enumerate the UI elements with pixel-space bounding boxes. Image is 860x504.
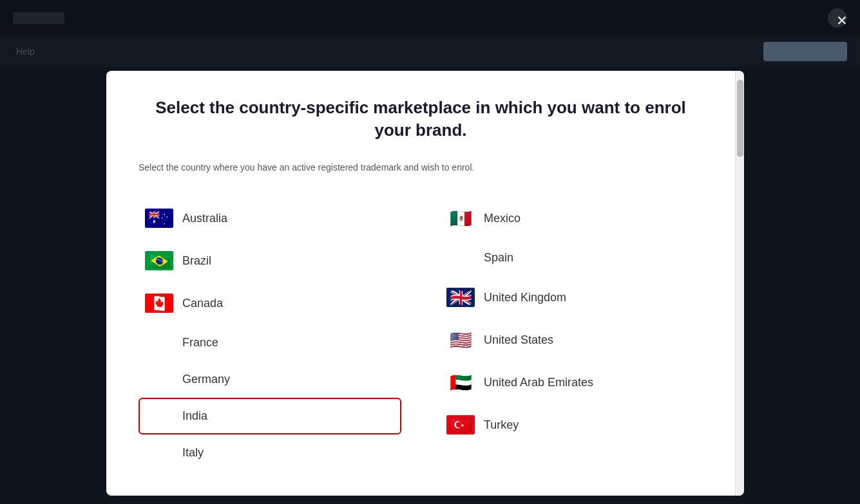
countries-left-column: Australia Brazil Canada France bbox=[139, 197, 401, 471]
flag-canada bbox=[145, 294, 173, 313]
country-name-br: Brazil bbox=[182, 254, 211, 268]
country-item-uk[interactable]: United Kingdom bbox=[440, 276, 703, 319]
country-name-it: Italy bbox=[182, 446, 204, 460]
countries-grid: Australia Brazil Canada France bbox=[139, 197, 703, 471]
modal-scrollable-content[interactable]: Select the country-specific marketplace … bbox=[106, 71, 735, 496]
country-name-tr: Turkey bbox=[484, 418, 519, 432]
country-item-tr[interactable]: Turkey bbox=[440, 404, 703, 446]
country-name-in: India bbox=[182, 409, 207, 423]
country-item-uae[interactable]: United Arab Emirates bbox=[440, 361, 703, 404]
country-item-es[interactable]: Spain bbox=[440, 239, 703, 276]
flag-turkey bbox=[446, 415, 475, 434]
country-item-it[interactable]: Italy bbox=[139, 434, 401, 471]
scrollbar-thumb[interactable] bbox=[737, 80, 743, 157]
country-item-ca[interactable]: Canada bbox=[139, 282, 401, 324]
close-button[interactable]: × bbox=[837, 12, 847, 30]
flag-mexico bbox=[446, 209, 475, 228]
modal-scrollbar[interactable] bbox=[735, 71, 744, 496]
flag-united-states bbox=[446, 330, 475, 350]
country-item-de[interactable]: Germany bbox=[139, 361, 401, 398]
modal-subtitle: Select the country where you have an act… bbox=[139, 161, 703, 174]
country-name-uae: United Arab Emirates bbox=[484, 376, 593, 389]
country-selection-modal: Select the country-specific marketplace … bbox=[106, 71, 744, 496]
modal-title: Select the country-specific marketplace … bbox=[139, 97, 703, 142]
country-name-us: United States bbox=[484, 333, 553, 347]
countries-right-column: Mexico Spain United Kingdom Un bbox=[440, 197, 703, 471]
country-name-fr: France bbox=[182, 336, 218, 350]
flag-australia bbox=[145, 209, 173, 228]
country-name-mx: Mexico bbox=[484, 212, 521, 225]
country-name-au: Australia bbox=[182, 212, 227, 225]
country-item-br[interactable]: Brazil bbox=[139, 239, 401, 282]
country-item-us[interactable]: United States bbox=[440, 319, 703, 361]
flag-brazil bbox=[145, 251, 173, 270]
country-item-in[interactable]: India bbox=[139, 398, 401, 434]
country-item-fr[interactable]: France bbox=[139, 324, 401, 361]
top-right-button[interactable] bbox=[763, 42, 847, 61]
country-item-au[interactable]: Australia bbox=[139, 197, 401, 239]
country-name-es: Spain bbox=[484, 251, 513, 265]
country-name-uk: United Kingdom bbox=[484, 291, 566, 304]
country-name-de: Germany bbox=[182, 373, 230, 386]
flag-uae bbox=[446, 373, 475, 392]
country-name-ca: Canada bbox=[182, 297, 223, 310]
flag-united-kingdom bbox=[446, 288, 475, 307]
country-item-mx[interactable]: Mexico bbox=[440, 197, 703, 239]
